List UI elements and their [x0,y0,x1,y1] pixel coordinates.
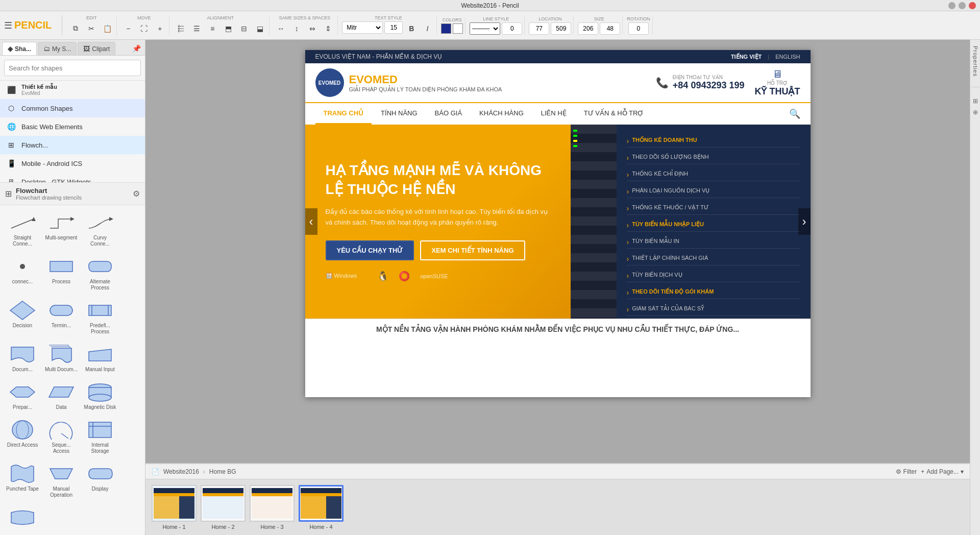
shape-punched-tape[interactable]: Punched Tape [4,460,41,500]
rotation-input[interactable] [628,22,649,35]
search-input[interactable] [4,60,141,76]
same-height-button[interactable]: ↕ [289,21,304,36]
shape-preparation[interactable]: Prepar... [4,379,41,412]
shape-straight-connector[interactable]: Straight Conne... [4,209,41,249]
cut-button[interactable]: ✂ [84,21,99,36]
align-left-button[interactable]: ⬱ [174,21,188,36]
minimize-button[interactable] [948,2,955,9]
hero-panel: THỐNG KÊ DOANH THU THEO DÕI SỐ LƯỢNG BỆN… [617,125,811,319]
tab-shapes[interactable]: ◈ Sha... [2,42,37,55]
shape-alternate-process[interactable]: Alternate Process [82,253,118,293]
stroke-color-swatch[interactable] [453,23,463,34]
line-width-input[interactable] [502,22,522,35]
lang-english[interactable]: ENGLISH [775,54,800,60]
align-bottom-button[interactable]: ⬓ [253,21,267,36]
nav-item-support[interactable]: TƯ VẤN & HỖ TRỢ [576,103,652,125]
zoom-in-button[interactable]: + [153,21,167,36]
bold-button[interactable]: B [404,21,419,36]
nav-item-features[interactable]: TÍNH NĂNG [373,103,426,125]
tab-clipart[interactable]: 🖼 Clipart [78,42,115,55]
thumb-home-4[interactable]: Home - 4 [299,485,344,530]
shape-process[interactable]: Process [43,253,80,293]
align-center-button[interactable]: ☰ [189,21,204,36]
shape-sequential-access[interactable]: Seque... Access [43,417,80,456]
properties-icon[interactable]: ⊞ [973,98,978,105]
fill-color-swatch[interactable] [441,23,451,34]
shape-multi-document[interactable]: Multi Docum... [43,341,80,375]
location-label: LOCATION [538,16,561,21]
hamburger-icon[interactable]: ☰ [4,20,12,31]
fit-button[interactable]: ⛶ [137,21,151,36]
breadcrumb-page[interactable]: Website2016 [163,468,199,475]
align-right-button[interactable]: ≡ [205,21,219,36]
dist-horiz-button[interactable]: ⇔ [305,21,320,36]
shape-bottom-1[interactable] [4,504,41,532]
height-input[interactable] [600,22,620,35]
flowchart-settings-button[interactable]: ⚙ [133,189,140,199]
lang-viet[interactable]: TIẾNG VIỆT [731,54,762,60]
align-middle-button[interactable]: ⊟ [237,21,251,36]
shape-document[interactable]: Docum... [4,341,41,375]
thumb-home-3[interactable]: Home - 3 [250,485,295,530]
thumb-home-2[interactable]: Home - 2 [201,485,246,530]
close-button[interactable] [969,2,976,9]
tab-mystuff[interactable]: 🗂 My S... [38,42,77,55]
copy-button[interactable]: ⧉ [68,21,83,36]
properties-tab[interactable]: Properties [970,42,981,81]
shape-internal-storage[interactable]: Internal Storage [82,417,118,456]
category-item-thiết-kế[interactable]: ⬛ Thiết kế mẫu EvoMed [0,81,145,99]
x-input[interactable] [529,22,549,35]
dist-vert-button[interactable]: ⇕ [321,21,335,36]
maximize-button[interactable] [959,2,966,9]
add-page-button[interactable]: + Add Page... ▾ [921,468,964,475]
shape-multi-segment[interactable]: Multi-segment [43,209,80,249]
direct-access-label: Direct Access [7,442,38,448]
zoom-icon[interactable]: ⊕ [973,109,978,116]
edit-label: EDIT [86,15,97,20]
hero-secondary-button[interactable]: XEM CHI TIẾT TÍNH NĂNG [420,240,525,260]
y-input[interactable] [551,22,571,35]
curvy-connector-label: Curvy Conne... [84,235,116,247]
shape-display[interactable]: Display [82,460,118,500]
category-item-basic-web[interactable]: 🌐 Basic Web Elements [0,117,145,136]
thumb-home-1[interactable]: Home - 1 [152,485,197,530]
zoom-out-button[interactable]: − [121,21,135,36]
nav-item-customers[interactable]: KHÁCH HÀNG [471,103,532,125]
paste-button[interactable]: 📋 [100,21,114,36]
shape-curvy-connector[interactable]: Curvy Conne... [82,209,118,249]
hero-prev-button[interactable]: ‹ [305,208,317,235]
line-style-select[interactable]: ──── [470,22,500,35]
nav-item-pricing[interactable]: BÁO GIÁ [427,103,470,125]
shape-manual-operation[interactable]: Manual Operation [43,460,80,500]
hero-next-button[interactable]: › [798,208,811,235]
pin-button[interactable]: 📌 [130,42,143,55]
decision-preview [9,299,36,322]
nav-item-contact[interactable]: LIÊN HỆ [533,103,575,125]
font-size-input[interactable] [384,21,403,34]
shape-data[interactable]: Data [43,379,80,412]
filter-button[interactable]: ⚙ Filter [896,468,917,475]
shape-direct-access[interactable]: Direct Access [4,417,41,456]
category-item-common[interactable]: ⬡ Common Shapes [0,99,145,117]
shape-terminator[interactable]: Termin... [43,297,80,337]
canvas-content[interactable]: EVOLUS VIỆT NAM - PHẦN MỀM & DỊCH VỤ TIẾ… [145,40,970,463]
italic-button[interactable]: I [420,21,434,36]
width-input[interactable] [578,22,598,35]
nav-item-home[interactable]: TRANG CHỦ [315,103,372,125]
shape-magnetic-disk[interactable]: Magnetic Disk [82,379,118,412]
font-select[interactable]: Mitr [342,21,383,34]
hero-primary-button[interactable]: YÊU CẦU CHẠY THỬ [326,240,414,260]
align-top-button[interactable]: ⬒ [221,21,235,36]
category-item-desktop-gtk[interactable]: 🖥 Desktop - GTK Widgets [0,173,145,183]
same-width-button[interactable]: ↔ [274,21,288,36]
category-item-flowchart[interactable]: ⊞ Flowch... [0,136,145,154]
shape-connector-dot[interactable]: connec... [4,253,41,293]
category-item-mobile[interactable]: 📱 Mobile - Android ICS [0,154,145,173]
category-list: ⬛ Thiết kế mẫu EvoMed ⬡ Common Shapes 🌐 … [0,81,145,183]
toolbar-colors-group: COLORS [439,17,465,34]
svg-rect-29 [154,496,179,519]
shape-manual-input[interactable]: Manual Input [82,341,118,375]
shape-predefined-process[interactable]: Predefi... Process [82,297,118,337]
search-icon[interactable]: 🔍 [789,108,800,119]
shape-decision[interactable]: Decision [4,297,41,337]
